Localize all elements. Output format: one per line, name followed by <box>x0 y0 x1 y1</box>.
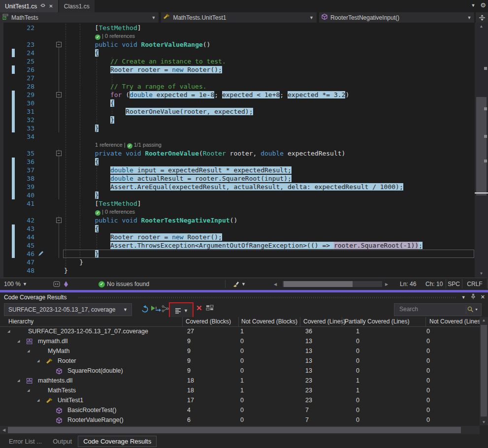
coverage-tree-row[interactable]: ◢SURFACE_2023-12-05.13_17_07.coverage271… <box>0 327 480 337</box>
scroll-left-icon[interactable]: ◀ <box>274 278 277 290</box>
project-dropdown[interactable]: MathTests ▼ <box>0 12 159 23</box>
code-line[interactable]: 39 Assert.AreEqual(expectedResult, actua… <box>0 183 473 191</box>
codelens-text[interactable]: ✓ | 0 references <box>95 32 135 40</box>
panel-menu-chevron-icon[interactable]: ▼ <box>461 295 466 300</box>
code-line[interactable]: 34 <box>0 132 473 141</box>
show-coverage-coloring-icon[interactable] <box>206 305 214 312</box>
expand-arrow-icon[interactable]: ◢ <box>37 359 39 363</box>
expand-arrow-icon[interactable]: ◢ <box>37 398 39 402</box>
codelens-row[interactable]: ✓ | 0 references <box>0 32 473 40</box>
tab-class1[interactable]: Class1.cs <box>59 0 95 12</box>
code-line[interactable]: 27 <box>0 74 473 82</box>
search-input[interactable] <box>398 305 459 313</box>
scroll-down-icon[interactable]: ▼ <box>475 271 488 276</box>
editor-horizontal-scrollbar[interactable] <box>283 281 382 287</box>
code-line[interactable]: 30 { <box>0 99 473 107</box>
panel-drag-grip[interactable] <box>79 297 456 298</box>
close-icon[interactable]: ✕ <box>49 3 53 9</box>
code-line[interactable]: 47 } <box>0 258 473 266</box>
scroll-right-icon[interactable]: ▶ <box>385 278 388 290</box>
code-line[interactable]: 38 double actualResult = rooter.SquareRo… <box>0 174 473 183</box>
scroll-left-icon[interactable]: ◀ <box>1 428 7 432</box>
type-dropdown[interactable]: MathTests.UnitTest1 ▼ <box>161 12 317 23</box>
formatting-brush-icon[interactable]: ▼ <box>232 278 246 290</box>
coverage-tree-row[interactable]: ◢mymath.dll901300 <box>0 337 480 347</box>
code-line[interactable]: 31 RooterOneValue(rooter, expected); <box>0 107 473 116</box>
code-line[interactable]: 36 { <box>0 158 473 166</box>
code-line[interactable]: 45 Assert.ThrowsException<ArgumentOutOfR… <box>0 241 473 250</box>
show-percentage-button-highlighted[interactable]: ▼ <box>169 302 194 319</box>
scrollbar-thumb[interactable] <box>284 281 353 287</box>
codelens-row[interactable]: 1 reference | ✓ 1/1 passing <box>0 141 473 149</box>
fold-collapse-icon[interactable]: − <box>56 42 62 47</box>
code-line[interactable]: 35− private void RooterOneValue(Rooter r… <box>0 149 473 158</box>
column-header-covered-blocks[interactable]: Covered (Blocks) <box>186 318 231 325</box>
code-line[interactable]: 40 } <box>0 191 473 199</box>
scrollbar-thumb[interactable] <box>476 97 487 195</box>
tab-error-list[interactable]: Error List ... <box>4 436 47 447</box>
code-line[interactable]: 32 } <box>0 116 473 124</box>
code-line[interactable]: 48} <box>0 266 473 275</box>
coverage-tree-row[interactable]: SquareRoot(double)901300 <box>0 366 480 376</box>
column-header-hierarchy[interactable]: Hierarchy <box>8 318 33 325</box>
split-editor-icon[interactable] <box>476 12 488 23</box>
code-line[interactable]: 28 // Try a range of values. <box>0 82 473 91</box>
coverage-tree-row[interactable]: ◢mathtests.dll1812310 <box>0 376 480 386</box>
tab-code-coverage-results[interactable]: Code Coverage Results <box>78 436 157 447</box>
coverage-panel-title-bar[interactable]: Code Coverage Results ▼ ✕ <box>0 292 488 302</box>
code-line[interactable]: 37 double input = expectedResult * expec… <box>0 166 473 174</box>
fold-collapse-icon[interactable]: − <box>56 218 62 223</box>
remove-coverage-icon[interactable]: ✕ <box>196 304 202 313</box>
scroll-down-icon[interactable]: ▼ <box>480 420 488 424</box>
code-line[interactable]: 43 { <box>0 224 473 233</box>
member-dropdown[interactable]: RooterTestNegativeInput() ▼ <box>319 12 475 23</box>
coverage-vertical-scrollbar[interactable]: ▲ ▼ <box>480 317 488 425</box>
zoom-dropdown[interactable]: 100 % ▼ <box>4 278 27 290</box>
code-line[interactable]: 22 [TestMethod] <box>0 24 473 32</box>
column-indicator[interactable]: Ch: 10 <box>425 278 443 290</box>
line-indicator[interactable]: Ln: 46 <box>400 278 416 290</box>
code-line[interactable]: 33 } <box>0 124 473 132</box>
issues-indicator[interactable]: ✓ No issues found <box>98 278 149 290</box>
coverage-tree-row[interactable]: ◢MyMath901300 <box>0 347 480 356</box>
code-line[interactable]: 42− public void RooterTestNegativeInput(… <box>0 216 473 224</box>
code-line[interactable]: 44 Rooter rooter = new Rooter(); <box>0 233 473 241</box>
scroll-up-icon[interactable]: ▲ <box>480 318 488 322</box>
scrollbar-thumb[interactable] <box>481 325 487 416</box>
column-header-covered-lines[interactable]: Covered (Lines) <box>303 318 345 325</box>
scroll-up-icon[interactable]: ▲ <box>475 24 488 29</box>
expand-arrow-icon[interactable]: ◢ <box>17 339 20 343</box>
coverage-tree-row[interactable]: ◢MathTests1812310 <box>0 386 480 396</box>
tab-output[interactable]: Output <box>48 436 77 447</box>
expand-arrow-icon[interactable]: ◢ <box>7 329 10 333</box>
code-line[interactable]: 29− for (double expected = 1e-8; expecte… <box>0 91 473 99</box>
line-ending-indicator[interactable]: CRLF <box>462 279 488 288</box>
code-line[interactable]: 41 [TestMethod] <box>0 199 473 208</box>
code-line[interactable]: 26 Rooter rooter = new Rooter(); <box>0 65 473 74</box>
panel-pin-icon[interactable] <box>470 293 476 301</box>
spaces-indicator[interactable]: SPC <box>446 279 461 288</box>
scrollbar-thumb[interactable] <box>8 427 461 433</box>
coverage-tree-row[interactable]: RooterValueRange()60700 <box>0 416 480 425</box>
expand-arrow-icon[interactable]: ◢ <box>27 388 30 392</box>
window-chevron-down-icon[interactable]: ▼ <box>471 3 475 8</box>
codelens-text[interactable]: ✓ | 0 references <box>95 208 135 216</box>
coverage-tree-row[interactable]: BasicRooterTest()40700 <box>0 406 480 416</box>
coverage-tree-row[interactable]: ◢UnitTest11702300 <box>0 396 480 406</box>
coverage-file-dropdown[interactable]: SURFACE_2023-12-05.13_17, coverage ▼ <box>4 303 132 316</box>
fold-collapse-icon[interactable]: − <box>56 92 62 97</box>
tab-unittest1[interactable]: UnitTest1.cs ✕ <box>0 0 58 12</box>
code-line[interactable]: 25 // Create an instance to test. <box>0 57 473 65</box>
panel-close-icon[interactable]: ✕ <box>481 294 485 300</box>
code-line[interactable]: 46 } <box>0 250 473 258</box>
coverage-horizontal-scrollbar[interactable]: ◀ <box>0 426 480 434</box>
codelens-text[interactable]: 1 reference | ✓ 1/1 passing <box>95 141 162 149</box>
merge-results-icon[interactable] <box>162 305 169 313</box>
fold-collapse-icon[interactable]: − <box>56 151 62 156</box>
export-results-icon[interactable] <box>150 305 161 313</box>
column-header-partially-covered-lines[interactable]: Partially Covered (Lines) <box>345 318 409 325</box>
track-changes-icon[interactable] <box>63 278 69 290</box>
coverage-search-box[interactable]: ▼ <box>394 303 482 316</box>
expand-arrow-icon[interactable]: ◢ <box>17 379 20 383</box>
expand-arrow-icon[interactable]: ◢ <box>27 349 30 353</box>
